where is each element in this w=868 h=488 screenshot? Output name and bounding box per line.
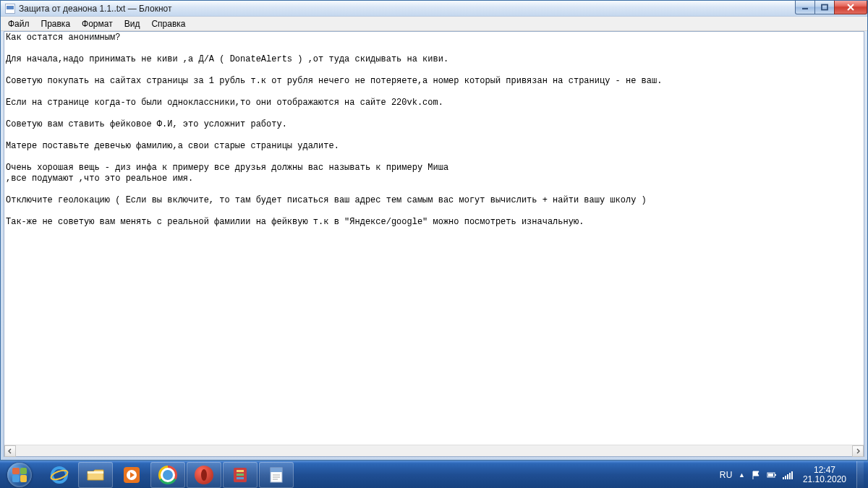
svg-rect-12: [237, 477, 244, 479]
windows-logo-icon: [7, 463, 32, 487]
taskbar-opera[interactable]: [187, 462, 221, 488]
close-button[interactable]: [834, 1, 867, 14]
mediaplayer-icon: [122, 466, 141, 484]
taskbar: RU ▲ 12:47 21.10.2020: [0, 461, 868, 488]
language-indicator[interactable]: RU: [720, 470, 733, 480]
text-line: Очень хорошая вещь - диз инфа к примеру …: [6, 163, 448, 173]
battery-icon[interactable]: [767, 470, 777, 480]
flag-icon[interactable]: [751, 470, 761, 480]
text-line: ,все подумают ,что это реальное имя.: [6, 174, 193, 184]
system-tray: RU ▲ 12:47 21.10.2020: [712, 461, 868, 488]
taskbar-mediaplayer[interactable]: [114, 462, 149, 488]
network-icon[interactable]: [783, 470, 793, 480]
taskbar-items: [39, 461, 294, 488]
text-line: Отключите геолокацию ( Если вы включите,…: [6, 195, 647, 205]
window-title: Защита от деанона 1.1..txt — Блокнот: [19, 4, 171, 14]
taskbar-ie[interactable]: [42, 462, 77, 488]
horizontal-scrollbar[interactable]: [4, 445, 864, 456]
svg-rect-6: [88, 471, 103, 474]
taskbar-explorer[interactable]: [78, 462, 113, 488]
notepad-task-icon: [267, 466, 286, 484]
titlebar[interactable]: Защита от деанона 1.1..txt — Блокнот: [1, 1, 867, 17]
menu-edit[interactable]: Правка: [35, 17, 77, 30]
show-hidden-icons-button[interactable]: ▲: [739, 471, 745, 479]
taskbar-app[interactable]: [223, 462, 258, 488]
notepad-window: Защита от деанона 1.1..txt — Блокнот Фай…: [0, 0, 868, 461]
text-line: Если на странице когда-то были однокласс…: [6, 98, 443, 108]
menu-format[interactable]: Формат: [76, 17, 119, 30]
svg-rect-20: [768, 474, 773, 476]
taskbar-chrome[interactable]: [150, 462, 185, 488]
folder-icon: [86, 466, 105, 484]
menu-view[interactable]: Вид: [119, 17, 146, 30]
editor-container: Как остатся анонимным? Для начала,надо п…: [4, 31, 864, 457]
scroll-track[interactable]: [16, 445, 852, 456]
menu-file[interactable]: Файл: [2, 17, 35, 30]
start-button[interactable]: [0, 461, 39, 488]
svg-rect-11: [237, 474, 244, 476]
minimize-button[interactable]: [795, 1, 815, 14]
clock-date: 21.10.2020: [803, 475, 846, 484]
text-editor[interactable]: Как остатся анонимным? Для начала,надо п…: [4, 32, 864, 445]
opera-icon: [195, 466, 213, 484]
chrome-icon: [158, 466, 177, 484]
menu-help[interactable]: Справка: [145, 17, 191, 30]
clock[interactable]: 12:47 21.10.2020: [799, 466, 851, 484]
text-line: Как остатся анонимным?: [6, 33, 120, 43]
text-line: Советую покупать на сайтах страницы за 1…: [6, 76, 662, 86]
taskbar-notepad[interactable]: [259, 462, 294, 488]
caption-buttons: [796, 1, 867, 14]
show-desktop-button[interactable]: [856, 461, 864, 488]
svg-rect-19: [775, 474, 776, 476]
scroll-right-button[interactable]: [852, 445, 864, 457]
notepad-icon: [5, 4, 15, 14]
scroll-left-button[interactable]: [4, 445, 16, 457]
svg-rect-1: [822, 5, 827, 10]
app-icon: [231, 466, 250, 484]
text-line: Матере поставьте девечью фамилию,а свои …: [6, 141, 339, 151]
menubar: Файл Правка Формат Вид Справка: [1, 17, 867, 31]
ie-icon: [50, 466, 69, 484]
maximize-button[interactable]: [814, 1, 835, 14]
text-line: Советую вам ставить фейковое Ф.И, это ус…: [6, 119, 287, 129]
svg-rect-14: [271, 468, 282, 472]
clock-time: 12:47: [803, 466, 846, 475]
svg-rect-10: [237, 470, 244, 472]
text-line: Так-же не советую вам менять с реальной …: [6, 217, 584, 227]
text-line: Для начала,надо принимать не киви ,а Д/А…: [6, 54, 448, 64]
